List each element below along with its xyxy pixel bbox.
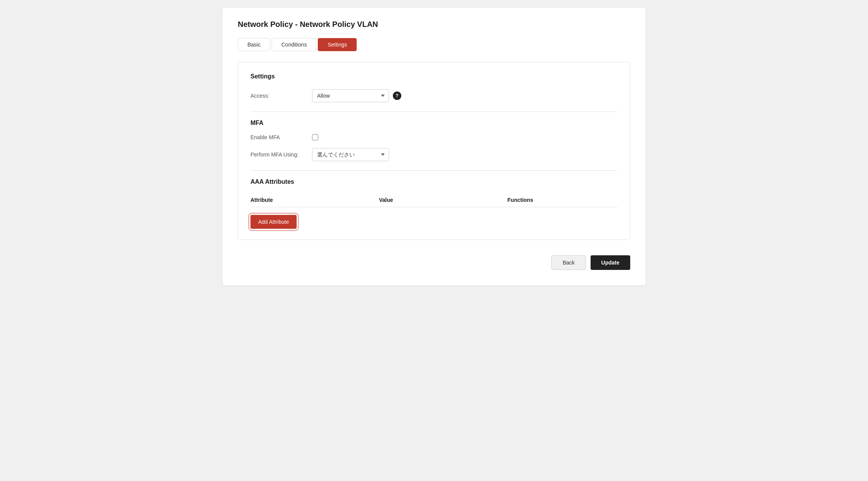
mfa-section: Enable MFA Perform MFA Using: 選んでください: [250, 134, 618, 161]
perform-mfa-select[interactable]: 選んでください: [312, 148, 389, 161]
access-control-wrapper: Allow Deny ?: [312, 89, 401, 102]
aaa-col-attribute: Attribute: [250, 193, 379, 207]
page-wrapper: Network Policy - Network Policy VLAN Bas…: [222, 8, 646, 285]
perform-mfa-wrapper: 選んでください: [312, 148, 389, 161]
access-help-icon[interactable]: ?: [393, 92, 401, 100]
aaa-col-value: Value: [379, 193, 507, 207]
footer-actions: Back Update: [238, 255, 630, 270]
access-row: Access: Allow Deny ?: [250, 89, 618, 102]
access-label: Access:: [250, 93, 312, 99]
update-button[interactable]: Update: [591, 255, 630, 270]
aaa-divider: [250, 170, 618, 171]
access-section: Access: Allow Deny ?: [250, 89, 618, 102]
perform-mfa-label: Perform MFA Using:: [250, 151, 312, 158]
mfa-section-title: MFA: [250, 120, 618, 126]
access-select[interactable]: Allow Deny: [312, 89, 389, 102]
add-attribute-button[interactable]: Add Attribute: [250, 215, 297, 229]
enable-mfa-checkbox-wrapper: [312, 134, 318, 140]
enable-mfa-label: Enable MFA: [250, 134, 312, 140]
aaa-section-title: AAA Attributes: [250, 178, 618, 185]
back-button[interactable]: Back: [551, 255, 586, 270]
aaa-col-functions: Functions: [507, 193, 618, 207]
enable-mfa-checkbox[interactable]: [312, 134, 318, 140]
enable-mfa-row: Enable MFA: [250, 134, 618, 140]
settings-card-title: Settings: [250, 73, 618, 80]
mfa-divider: [250, 112, 618, 112]
settings-card: Settings Access: Allow Deny ? MFA Enable…: [238, 62, 630, 240]
tab-basic[interactable]: Basic: [238, 38, 270, 51]
tab-conditions[interactable]: Conditions: [272, 38, 316, 51]
aaa-table-header-row: Attribute Value Functions: [250, 193, 618, 207]
perform-mfa-row: Perform MFA Using: 選んでください: [250, 148, 618, 161]
tabs: Basic Conditions Settings: [238, 38, 630, 51]
aaa-attributes-table: Attribute Value Functions: [250, 193, 618, 207]
page-title: Network Policy - Network Policy VLAN: [238, 20, 630, 29]
tab-settings[interactable]: Settings: [318, 38, 357, 51]
